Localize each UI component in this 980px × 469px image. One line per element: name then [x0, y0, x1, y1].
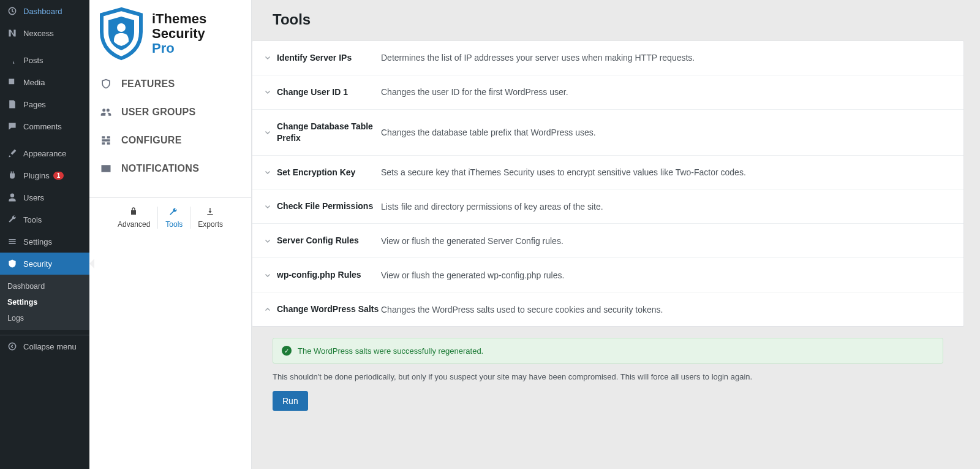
wrench-icon	[6, 213, 18, 226]
chevron-down-icon	[258, 128, 277, 137]
sidebar-label: Security	[23, 259, 52, 269]
sliders-icon	[99, 134, 113, 147]
collapse-menu[interactable]: Collapse menu	[0, 335, 89, 357]
nav-features[interactable]: FEATURES	[97, 70, 244, 98]
svg-point-1	[117, 23, 126, 32]
brand-line2: Security	[152, 26, 206, 41]
download-icon	[205, 207, 216, 218]
sidebar-label: Dashboard	[23, 7, 62, 16]
tool-row[interactable]: Check File PermissionsLists file and dir…	[252, 189, 963, 224]
lock-icon	[129, 207, 140, 218]
tool-row[interactable]: wp-config.php RulesView or flush the gen…	[252, 258, 963, 292]
tool-row[interactable]: Server Config RulesView or flush the gen…	[252, 224, 963, 258]
tool-name: Server Config Rules	[277, 235, 381, 246]
tab-exports[interactable]: Exports	[190, 207, 230, 229]
page-title: Tools	[273, 11, 964, 28]
brand-line1: iThemes	[152, 12, 206, 26]
chevron-down-icon	[258, 168, 277, 177]
plug-icon	[6, 169, 18, 181]
sidebar-item-users[interactable]: Users	[0, 186, 89, 208]
wrench-icon	[168, 207, 179, 218]
ithemes-panel: iThemes Security Pro FEATURES USER GROUP…	[89, 0, 252, 469]
tool-name: Check File Permissions	[277, 200, 381, 212]
tool-row[interactable]: Identify Server IPsDetermines the list o…	[252, 41, 963, 75]
security-submenu: Dashboard Settings Logs	[0, 275, 89, 330]
sidebar-item-media[interactable]: Media	[0, 71, 89, 93]
tool-desc: Lists file and directory permissions of …	[381, 202, 603, 212]
sidebar-label: Collapse menu	[23, 342, 77, 351]
tool-row[interactable]: Set Encryption KeySets a secure key that…	[252, 156, 963, 190]
tool-name: Set Encryption Key	[277, 167, 381, 178]
check-icon: ✓	[282, 346, 292, 356]
submenu-logs[interactable]: Logs	[0, 310, 89, 326]
sidebar-item-nexcess[interactable]: Nexcess	[0, 22, 89, 44]
tool-name: Identify Server IPs	[277, 52, 381, 64]
tab-advanced[interactable]: Advanced	[110, 207, 157, 229]
sidebar-item-dashboard[interactable]: Dashboard	[0, 0, 89, 22]
sidebar-item-appearance[interactable]: Appearance	[0, 142, 89, 164]
tool-desc: Changes the WordPress salts used to secu…	[381, 305, 663, 315]
nav-notifications[interactable]: NOTIFICATIONS	[97, 154, 244, 183]
sidebar-item-comments[interactable]: Comments	[0, 115, 89, 137]
shield-icon	[6, 257, 18, 270]
sidebar-item-plugins[interactable]: Plugins 1	[0, 164, 89, 186]
pin-icon	[6, 54, 18, 66]
tab-label: Tools	[165, 220, 183, 229]
ithemes-logo: iThemes Security Pro	[89, 6, 251, 70]
tool-name: Change Database Table Prefix	[277, 121, 381, 144]
sidebar-label: Tools	[23, 215, 42, 224]
advisory-note: This shouldn't be done periodically, but…	[273, 372, 943, 381]
sidebar-label: Posts	[23, 56, 43, 65]
tab-tools[interactable]: Tools	[157, 207, 190, 229]
nav-label: CONFIGURE	[121, 135, 182, 146]
nexcess-icon	[6, 27, 18, 39]
sidebar-label: Comments	[23, 122, 62, 131]
comment-icon	[6, 120, 18, 132]
tool-row[interactable]: Change WordPress SaltsChanges the WordPr…	[252, 292, 963, 326]
tools-list: Identify Server IPsDetermines the list o…	[252, 40, 964, 327]
tool-desc: Determines the list of IP addresses your…	[381, 53, 695, 63]
envelope-icon	[99, 162, 113, 175]
chevron-down-icon	[258, 305, 277, 314]
tool-desc: Changes the database table prefix that W…	[381, 128, 596, 137]
chevron-down-icon	[258, 202, 277, 211]
nav-user-groups[interactable]: USER GROUPS	[97, 98, 244, 126]
chevron-down-icon	[258, 237, 277, 245]
plugins-badge: 1	[53, 172, 64, 180]
dashboard-icon	[6, 5, 18, 17]
submenu-dashboard[interactable]: Dashboard	[0, 278, 89, 294]
tool-desc: Sets a secure key that iThemes Security …	[381, 167, 746, 177]
sidebar-label: Plugins	[23, 171, 50, 180]
sidebar-item-posts[interactable]: Posts	[0, 49, 89, 71]
run-button[interactable]: Run	[273, 391, 308, 411]
users-icon	[99, 105, 113, 119]
tab-label: Advanced	[118, 220, 150, 229]
wp-admin-sidebar: Dashboard Nexcess Posts Media Pages Comm…	[0, 0, 89, 469]
collapse-icon	[6, 340, 18, 353]
sidebar-label: Nexcess	[23, 29, 54, 38]
sidebar-item-security[interactable]: Security	[0, 253, 89, 275]
success-banner: ✓ The WordPress salts were successfully …	[273, 338, 943, 364]
tool-desc: View or flush the generated wp-config.ph…	[381, 270, 564, 280]
nav-label: NOTIFICATIONS	[121, 163, 199, 174]
sidebar-label: Settings	[23, 237, 52, 246]
chevron-down-icon	[258, 271, 277, 280]
media-icon	[6, 76, 18, 88]
nav-configure[interactable]: CONFIGURE	[97, 126, 244, 154]
tool-desc: Changes the user ID for the first WordPr…	[381, 87, 568, 97]
shield-outline-icon	[99, 77, 113, 91]
tool-name: wp-config.php Rules	[277, 269, 381, 281]
sidebar-item-settings[interactable]: Settings	[0, 231, 89, 253]
sidebar-item-pages[interactable]: Pages	[0, 93, 89, 115]
success-message: The WordPress salts were successfully re…	[298, 346, 483, 356]
submenu-settings[interactable]: Settings	[0, 294, 89, 310]
sidebar-label: Pages	[23, 100, 46, 109]
page-icon	[6, 98, 18, 110]
tool-row[interactable]: Change Database Table PrefixChanges the …	[252, 110, 963, 156]
sidebar-label: Users	[23, 193, 44, 202]
tool-row[interactable]: Change User ID 1Changes the user ID for …	[252, 75, 963, 110]
sidebar-item-tools[interactable]: Tools	[0, 208, 89, 231]
main-content: Tools Identify Server IPsDetermines the …	[252, 0, 980, 469]
sidebar-label: Appearance	[23, 149, 66, 158]
brand-line3: Pro	[152, 41, 206, 56]
